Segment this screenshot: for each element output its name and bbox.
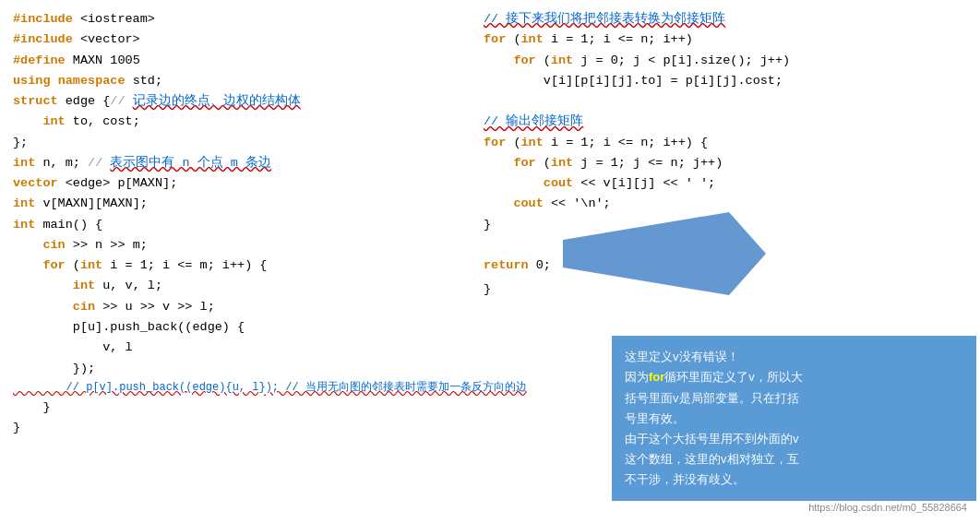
line-int-uvl: int u, v, l; xyxy=(13,276,458,296)
for-keyword: for xyxy=(42,258,65,272)
line-vector: vector <edge> p[MAXN]; xyxy=(13,173,458,194)
for-keyword3: for xyxy=(513,53,535,67)
tooltip-box: 这里定义v没有错误！ 因为for循环里面定义了v，所以大 括号里面v是局部变量。… xyxy=(612,336,976,501)
int-keyword5: int xyxy=(80,258,102,272)
define-keyword: #define xyxy=(13,53,66,67)
line-int-nm: int n, m; // 表示图中有 n 个点 m 条边 xyxy=(13,153,458,173)
line-include-vector: #include <vector> xyxy=(13,30,458,50)
line-struct: struct edge {// 记录边的终点、边权的结构体 xyxy=(13,91,458,112)
include-keyword: #include xyxy=(13,12,73,26)
line-comment-pushback: // p[v].push_back((edge){u, l}); // 当用无向… xyxy=(13,379,458,398)
int-keyword10: int xyxy=(551,156,573,170)
for-keyword4: for xyxy=(484,136,506,149)
right-panel: // 接下来我们将把邻接表转换为邻接矩阵 for (int i = 1; i <… xyxy=(471,0,980,523)
cin-keyword2: cin xyxy=(73,300,95,314)
csdn-link: https://blog.csdn.net/m0_55828664 xyxy=(808,499,967,516)
for-keyword2: for xyxy=(484,32,506,46)
int-keyword9: int xyxy=(521,136,544,149)
line-int-to-cost: int to, cost; xyxy=(13,112,458,132)
tooltip-line3: 括号里面v是局部变量。只在打括 xyxy=(625,391,799,405)
int-keyword6: int xyxy=(73,279,95,292)
cout-keyword2: cout xyxy=(513,196,543,210)
for-tooltip-keyword: for xyxy=(649,370,664,384)
int-keyword8: int xyxy=(551,53,573,67)
line-close-for: } xyxy=(13,398,458,418)
line-for-i-n2: for (int i = 1; i <= n; i++) { xyxy=(484,133,967,153)
tooltip-line4: 号里有效。 xyxy=(625,411,685,425)
line-comment-output: // 输出邻接矩阵 xyxy=(484,112,967,132)
vector-keyword: vector xyxy=(13,176,58,190)
line-for-i-n: for (int i = 1; i <= n; i++) xyxy=(484,30,967,50)
cin-keyword: cin xyxy=(42,238,65,252)
cout-keyword: cout xyxy=(544,176,573,190)
int-keyword7: int xyxy=(521,32,544,46)
left-panel: #include <iostream> #include <vector> #d… xyxy=(0,0,471,523)
using-keyword: using xyxy=(13,74,51,88)
tooltip-line2: 因为for循环里面定义了v，所以大 xyxy=(625,370,803,384)
line-close-pushback: }); xyxy=(13,359,458,379)
arrow-indicator xyxy=(563,212,766,295)
comment-struct: 记录边的终点、边权的结构体 xyxy=(133,94,301,108)
int-keyword2: int xyxy=(13,156,35,170)
int-keyword3: int xyxy=(13,196,35,210)
namespace-keyword: namespace xyxy=(58,74,125,88)
line-cout-vij: cout << v[i][j] << ' '; xyxy=(484,173,967,194)
line-close-struct: }; xyxy=(13,133,458,153)
for-keyword5: for xyxy=(513,156,535,170)
line-main: int main() { xyxy=(13,215,458,235)
line-for1: for (int i = 1; i <= m; i++) { xyxy=(13,256,458,276)
tooltip-line1: 这里定义v没有错误！ xyxy=(625,350,739,363)
line-cin: cin >> n >> m; xyxy=(13,235,458,256)
line-include-iostream: #include <iostream> xyxy=(13,9,458,30)
struct-keyword: struct xyxy=(13,94,58,108)
return-keyword: return xyxy=(484,258,529,272)
line-for-j-n: for (int j = 1; j <= n; j++) xyxy=(484,153,967,173)
include-keyword2: #include xyxy=(13,32,73,46)
tooltip-line5: 由于这个大括号里用不到外面的v xyxy=(625,432,799,446)
line-for-j-size: for (int j = 0; j < p[i].size(); j++) xyxy=(484,51,967,71)
line-using: using namespace std; xyxy=(13,71,458,91)
line-blank1 xyxy=(484,91,967,112)
line-define: #define MAXN 1005 xyxy=(13,51,458,71)
line-push-back: p[u].push_back((edge) { xyxy=(13,317,458,338)
code-container: #include <iostream> #include <vector> #d… xyxy=(0,0,980,523)
comment-nm: 表示图中有 n 个点 m 条边 xyxy=(110,156,271,170)
svg-marker-0 xyxy=(563,212,766,295)
line-vl: v, l xyxy=(13,338,458,358)
line-comment-convert: // 接下来我们将把邻接表转换为邻接矩阵 xyxy=(484,9,967,30)
int-keyword: int xyxy=(42,114,65,128)
int-keyword4: int xyxy=(13,218,35,232)
tooltip-line6: 这个数组，这里的v相对独立，互 xyxy=(625,452,799,466)
line-int-v: int v[MAXN][MAXN]; xyxy=(13,194,458,214)
tooltip-line7: 不干涉，并没有歧义。 xyxy=(625,472,745,486)
line-cin2: cin >> u >> v >> l; xyxy=(13,297,458,317)
line-assign-v: v[i][p[i][j].to] = p[i][j].cost; xyxy=(484,71,967,91)
line-close-main: } xyxy=(13,418,458,438)
